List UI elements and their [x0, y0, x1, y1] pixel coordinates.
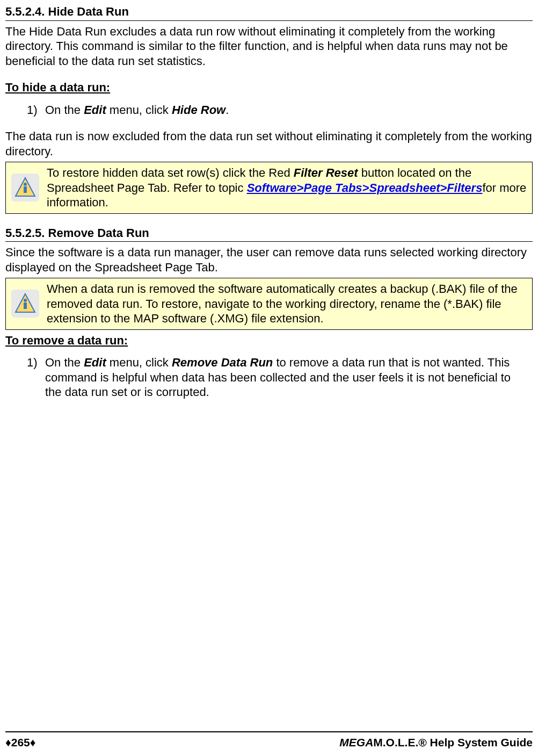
- cmd-remove-data-run: Remove Data Run: [172, 356, 273, 369]
- svg-point-1: [24, 183, 27, 186]
- svg-point-4: [24, 299, 27, 302]
- heading-5-5-2-5: 5.5.2.5. Remove Data Run: [5, 226, 533, 241]
- divider: [5, 241, 533, 242]
- subheading-to-hide: To hide a data run:: [5, 80, 533, 95]
- note-filter-reset: Filter Reset: [294, 166, 358, 179]
- list-number: 1): [27, 355, 45, 400]
- page-number: ♦265♦: [5, 736, 35, 750]
- footer-title-suffix: M.O.L.E.® Help System Guide: [373, 736, 533, 748]
- divider: [5, 20, 533, 21]
- menu-edit: Edit: [84, 103, 106, 117]
- para-remove-intro: Since the software is a data run manager…: [5, 245, 533, 275]
- step-text-mid: menu, click: [106, 103, 172, 117]
- list-item: 1) On the Edit menu, click Remove Data R…: [27, 355, 533, 400]
- note-box-filter-reset: To restore hidden data set row(s) click …: [5, 162, 533, 214]
- info-icon: [11, 174, 39, 201]
- step-text-suffix: .: [226, 103, 229, 117]
- section-hide-data-run: 5.5.2.4. Hide Data Run The Hide Data Run…: [5, 4, 533, 214]
- section-remove-data-run: 5.5.2.5. Remove Data Run Since the softw…: [5, 226, 533, 400]
- svg-rect-5: [24, 303, 27, 309]
- footer-title-prefix: MEGA: [339, 736, 373, 748]
- list-text: On the Edit menu, click Hide Row.: [45, 103, 533, 118]
- para-hide-result: The data run is now excluded from the da…: [5, 129, 533, 159]
- note-text: To restore hidden data set row(s) click …: [47, 165, 527, 210]
- page-footer: ♦265♦ MEGAM.O.L.E.® Help System Guide: [5, 731, 533, 750]
- note-text: When a data run is removed the software …: [47, 282, 527, 326]
- step-text-prefix: On the: [45, 356, 84, 369]
- step-text-mid: menu, click: [106, 356, 172, 369]
- svg-rect-2: [24, 186, 27, 193]
- heading-5-5-2-4: 5.5.2.4. Hide Data Run: [5, 4, 533, 19]
- footer-row: ♦265♦ MEGAM.O.L.E.® Help System Guide: [5, 736, 533, 750]
- info-icon: [11, 290, 39, 318]
- para-hide-intro: The Hide Data Run excludes a data run ro…: [5, 24, 533, 69]
- cmd-hide-row: Hide Row: [172, 103, 226, 117]
- list-item: 1) On the Edit menu, click Hide Row.: [27, 103, 533, 118]
- list-text: On the Edit menu, click Remove Data Run …: [45, 355, 533, 400]
- link-software-filters[interactable]: Software>Page Tabs>Spreadsheet>Filters: [247, 181, 483, 195]
- note-prefix: To restore hidden data set row(s) click …: [47, 166, 294, 179]
- footer-title: MEGAM.O.L.E.® Help System Guide: [339, 736, 533, 750]
- subheading-to-remove: To remove a data run:: [5, 333, 533, 348]
- footer-divider: [5, 731, 533, 732]
- menu-edit: Edit: [84, 356, 106, 369]
- list-number: 1): [27, 103, 45, 118]
- note-box-backup: When a data run is removed the software …: [5, 278, 533, 330]
- step-text-prefix: On the: [45, 103, 84, 117]
